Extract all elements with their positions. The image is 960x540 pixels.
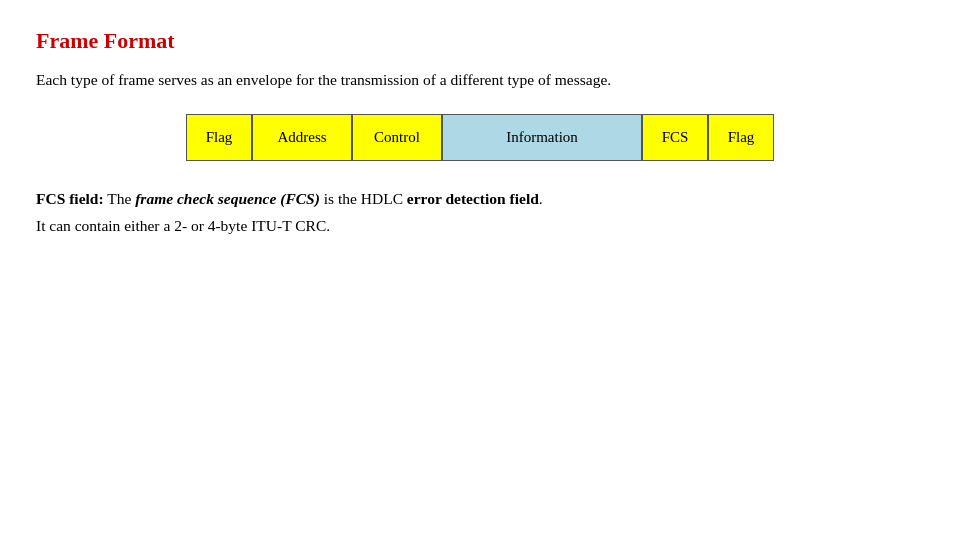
intro-text: Each type of frame serves as an envelope… <box>36 68 924 92</box>
frame-diagram: Flag Address Control Information FCS Fla… <box>36 114 924 161</box>
frame-cell-flag-2: Flag <box>708 114 774 161</box>
page-title: Frame Format <box>36 28 924 54</box>
frame-cell-flag-1: Flag <box>186 114 252 161</box>
fcs-line-1: FCS field: The frame check sequence (FCS… <box>36 187 924 212</box>
fcs-italic-bold: frame check sequence (FCS) <box>135 190 320 207</box>
fcs-text-3: . <box>539 190 543 207</box>
fcs-line-2: It can contain either a 2- or 4-byte ITU… <box>36 214 924 239</box>
fcs-heading: FCS field: <box>36 190 104 207</box>
frame-cell-information: Information <box>442 114 642 161</box>
cell-label-flag-2: Flag <box>728 129 755 146</box>
cell-label-control: Control <box>374 129 420 146</box>
cell-label-address: Address <box>277 129 326 146</box>
frame-cell-control: Control <box>352 114 442 161</box>
cell-label-fcs: FCS <box>662 129 689 146</box>
cell-label-flag-1: Flag <box>206 129 233 146</box>
fcs-bold-2: error detection field <box>407 190 539 207</box>
intro-text-content: Each type of frame serves as an envelope… <box>36 71 611 88</box>
page-container: Frame Format Each type of frame serves a… <box>0 0 960 540</box>
frame-cell-fcs: FCS <box>642 114 708 161</box>
fcs-text-1: The <box>107 190 135 207</box>
fcs-section: FCS field: The frame check sequence (FCS… <box>36 187 924 239</box>
frame-cell-address: Address <box>252 114 352 161</box>
fcs-text-2: is the HDLC <box>320 190 407 207</box>
cell-label-information: Information <box>506 129 578 146</box>
